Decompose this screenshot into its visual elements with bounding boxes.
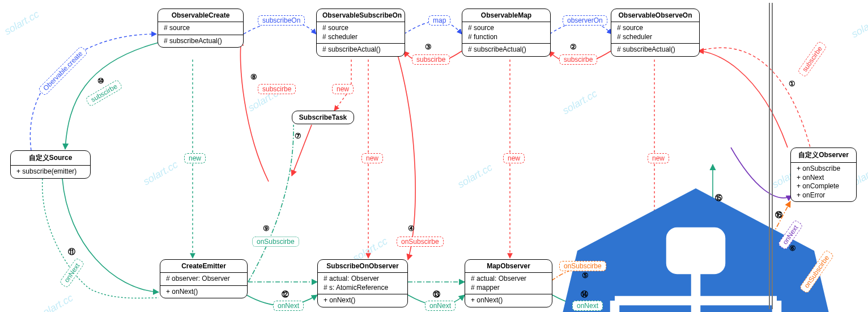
class-attrs: # source # scheduler [611,22,699,44]
label-map: map [428,15,450,26]
class-title: CreateEmitter [160,260,247,273]
step-num: ⑭ [581,289,588,300]
step-num: ⑤ [582,271,589,280]
class-title: ObservableMap [462,9,550,22]
step-num: ⑯ [775,210,782,220]
class-observablesubscribeon: ObservableSubscribeOn # source # schedul… [316,9,405,57]
step-num: ⑥ [789,244,796,252]
class-ops: # subscribeActual() [611,44,699,56]
scheduler-icon: scheduler [690,113,735,159]
class-ops: + onNext() [160,286,247,298]
class-createemitter: CreateEmitter # observer: Observer + onN… [160,259,248,298]
label-observeron: observerOn [563,15,607,26]
label-onnext: onNext [425,301,456,311]
class-attrs: # observer: Observer [160,273,247,286]
step-num: ⑬ [433,289,440,300]
scheduler-icon: scheduler [262,176,307,221]
label-subscribe: subscirbe [559,54,597,65]
separator-bar [769,3,770,309]
class-observablemap: ObservableMap # source # function # subs… [462,9,551,57]
label-onnext: onNext [273,301,304,311]
label-onsubscribe: onSubscirbe [397,237,444,247]
label-subscribeon: subscribeOn [258,15,305,26]
class-observablecreate: ObservableCreate # source # subscribeAct… [158,9,244,48]
class-title: SubscribeTask [292,111,354,124]
class-ops: # subscribeActual() [158,35,243,48]
step-num: ① [789,79,795,88]
step-num: ⑧ [250,73,257,81]
class-attrs: # source [158,22,243,35]
step-num: ④ [408,224,415,233]
step-num: ⑪ [68,247,75,257]
class-customsource: 自定义Source + subscribe(emitter) [10,150,91,179]
class-subscribetask: SubscribeTask [292,111,354,124]
class-title: ObservableSubscribeOn [317,9,405,22]
label-new: new [361,153,383,163]
class-ops: + subscribe(emitter) [11,166,90,178]
label-new: new [184,153,206,163]
step-num: ③ [425,43,432,51]
class-title: ObservableCreate [158,9,243,22]
separator-bar [772,3,773,309]
class-title: 自定义Source [11,151,90,166]
class-ops: # subscribeActual() [317,44,405,56]
label-subscribe: subscirbe [258,84,296,94]
label-subscribe: subscirbe [412,54,450,65]
class-attrs: # source # scheduler [317,22,405,44]
step-num: ⑫ [282,289,289,300]
step-num: ⑦ [295,132,301,140]
step-num: ⑮ [715,193,722,203]
class-attrs: # source # function [462,22,550,44]
step-num: ⑩ [97,77,104,85]
label-onsubscribe: onSubscirbe [252,237,299,247]
class-ops: # subscribeActual() [462,44,550,56]
class-observableobserveon: ObservableObserveOn # source # scheduler… [611,9,700,57]
step-num: ② [570,43,577,51]
label-new: new [332,84,354,94]
label-new: new [503,153,525,163]
class-title: ObservableObserveOn [611,9,699,22]
label-onsubscribe: onSubscirbe [559,261,606,271]
step-num: ⑨ [263,224,270,233]
label-new: new [648,153,669,163]
label-onnext: onNext [572,301,603,311]
